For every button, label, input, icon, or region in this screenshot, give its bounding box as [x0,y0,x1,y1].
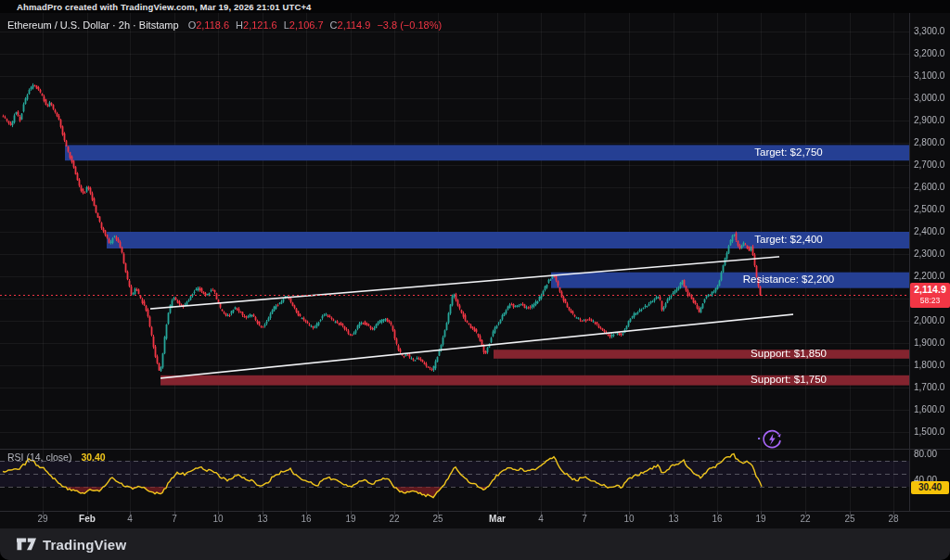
price-level-label[interactable]: Target: $2,400 [714,234,863,245]
price-axis-label: 1,600.0 [914,404,944,414]
symbol-title[interactable]: Ethereum / U.S. Dollar · 2h · Bitstamp [7,19,179,31]
price-level-label[interactable]: Target: $2,750 [714,146,863,158]
price-axis-label: 2,200.0 [914,271,944,281]
price-axis-label: 2,400.0 [914,226,944,236]
symbol-legend: Ethereum / U.S. Dollar · 2h · Bitstamp O… [7,19,442,31]
time-axis-label: 22 [787,514,824,524]
chart-canvas[interactable] [0,13,950,528]
rsi-legend: RSI (14, close) 30.40 [7,452,106,463]
tradingview-logo-icon [17,538,36,551]
time-axis-label: 13 [655,514,692,524]
time-axis-label: 13 [244,514,281,524]
price-axis-label: 2,500.0 [914,204,944,214]
time-axis-label: 7 [156,514,193,524]
rsi-last-value-badge: 30.40 [911,481,949,494]
time-axis-label: 10 [610,514,648,524]
tradingview-logo-text: TradingView [43,537,126,553]
tradingview-logo[interactable]: TradingView [17,537,126,553]
price-axis-label: 1,800.0 [914,360,944,370]
price-axis-label: 2,800.0 [914,137,944,147]
time-axis-label: 10 [199,514,237,524]
time-axis-label: 16 [288,514,325,524]
ohlc-close: C2,114.9 [330,19,371,31]
time-axis-label: 4 [111,514,148,524]
price-axis-label: 1,700.0 [914,382,944,392]
price-axis[interactable]: 3,300.03,200.03,100.03,000.02,900.02,800… [909,13,950,511]
time-axis-label: 7 [566,514,603,524]
time-axis-label: Feb [69,514,106,524]
price-axis-label: 3,300.0 [914,26,944,36]
price-axis-label: 1,500.0 [914,426,944,437]
time-axis-label: 29 [24,514,61,524]
price-axis-label: 2,300.0 [914,248,944,259]
price-level-label[interactable]: Support: $1,850 [714,348,863,359]
last-price: 2,114.9 [910,284,950,296]
time-axis-label: 25 [419,514,456,524]
bottom-toolbar: TradingView [0,528,950,560]
price-axis-label: 2,700.0 [914,159,944,170]
time-axis-label: 19 [742,514,779,524]
price-axis-label: 1,900.0 [914,337,944,348]
replay-lightning-icon[interactable] [753,426,785,453]
price-axis-label: 2,600.0 [914,182,944,192]
last-price-badge: 2,114.9 58:23 [910,283,950,308]
ohlc-high: H2,121.6 [236,19,277,31]
price-axis-label: 3,100.0 [914,70,944,81]
top-attribution-bar: AhmadPro created with TradingView.com, M… [0,0,950,13]
time-axis-label: 19 [332,514,369,524]
bar-countdown: 58:23 [910,296,950,306]
tradingview-chart-snapshot: AhmadPro created with TradingView.com, M… [0,0,950,560]
rsi-value: 30.40 [81,452,105,463]
time-axis-label: 16 [699,514,736,524]
time-axis-label: 28 [875,514,912,524]
ohlc-open: O2,118.6 [188,19,229,31]
time-axis-label: 22 [376,514,413,524]
time-axis-label: Mar [479,514,516,524]
time-axis-label: 25 [831,514,868,524]
time-axis-label: 4 [522,514,559,524]
rsi-axis-label: 80.00 [914,449,937,459]
price-axis-label: 3,000.0 [914,93,944,103]
price-axis-label: 3,200.0 [914,48,944,58]
attribution-text: AhmadPro created with TradingView.com, M… [17,2,312,12]
price-axis-label: 2,900.0 [914,115,944,125]
rsi-label[interactable]: RSI (14, close) [7,452,71,463]
time-axis[interactable]: 29Feb47101316192225Mar4710131619222528 [0,511,909,528]
change-value: −3.8 (−0.18%) [377,19,442,31]
ohlc-low: L2,106.7 [284,19,324,31]
price-axis-label: 2,000.0 [914,315,944,325]
price-level-label[interactable]: Support: $1,750 [714,374,863,385]
price-level-label[interactable]: Resistance: $2,200 [714,274,863,285]
